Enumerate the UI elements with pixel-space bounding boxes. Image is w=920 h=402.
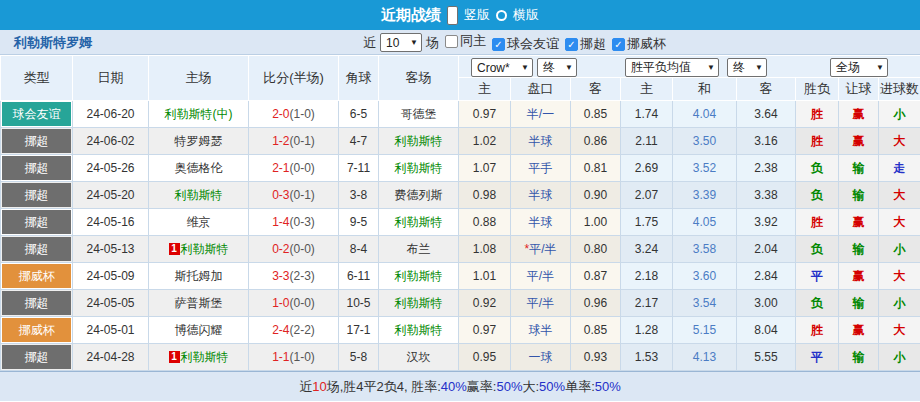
checkbox-group: 同主✓球会友谊✓挪超✓挪威杯: [439, 32, 666, 53]
avg-draw-value: 4.13: [693, 350, 716, 364]
away-team-cell: 汉坎: [379, 344, 459, 371]
fulltime-score: 2-0: [272, 107, 289, 121]
avg-draw-cell: 3.39: [673, 182, 737, 209]
filter-checkbox-item-2[interactable]: ✓挪超: [565, 35, 606, 53]
home-odds-cell: 0.92: [459, 290, 511, 317]
recent-count-value: 10: [386, 36, 399, 50]
result-hcap-cell: 赢: [839, 101, 879, 128]
result-goals-cell: 小: [879, 236, 920, 263]
checkbox-checked-icon[interactable]: ✓: [612, 38, 625, 51]
home-team-cell: 特罗姆瑟: [149, 128, 249, 155]
result-wdl-cell: 负: [796, 290, 839, 317]
match-row: 挪超24-06-02特罗姆瑟1-2(0-1)4-7利勒斯特1.02半球0.862…: [1, 128, 920, 155]
recent-count-select[interactable]: 10 ▼: [380, 33, 422, 52]
match-date-cell: 24-04-28: [73, 344, 149, 371]
filter-checkbox-label: 同主: [460, 32, 486, 50]
away-team-cell: 哥德堡: [379, 101, 459, 128]
fulltime-score: 1-4: [272, 215, 289, 229]
odds-time-2-value: 终: [733, 59, 745, 76]
chevron-down-icon: ▼: [410, 38, 418, 47]
filter-checkbox-item-1[interactable]: ✓球会友谊: [492, 35, 559, 53]
summary-segment-5: 50%: [496, 379, 522, 394]
match-date-cell: 24-06-20: [73, 101, 149, 128]
avg-draw-cell: 3.60: [673, 263, 737, 290]
col-header-home: 主场: [149, 56, 249, 101]
away-odds-cell: 0.85: [571, 101, 621, 128]
result-wdl: 负: [811, 161, 823, 175]
home-team-name: 博德闪耀: [175, 323, 223, 337]
match-type-cell: 挪超: [1, 290, 73, 317]
avg-draw-value: 4.04: [693, 107, 716, 121]
avg-odds-select[interactable]: 胜平负均值▼: [625, 58, 719, 77]
home-team-cell: 1利勒斯特: [149, 236, 249, 263]
col-header-odds-away: 客: [571, 78, 621, 101]
result-handicap: 赢: [853, 134, 865, 148]
home-team-name: 利勒斯特(中): [165, 107, 233, 121]
away-team-cell: 利勒斯特: [379, 155, 459, 182]
odds-time-select-2[interactable]: 终▼: [727, 58, 767, 77]
handicap-value: 半球: [529, 188, 553, 202]
corner-cell: 9-5: [339, 209, 379, 236]
rank-badge: 1: [169, 351, 180, 363]
away-odds-cell: 0.96: [571, 290, 621, 317]
fulltime-score: 1-0: [272, 296, 289, 310]
home-odds-cell: 0.98: [459, 182, 511, 209]
checkbox-unchecked-icon[interactable]: [445, 35, 458, 48]
score-cell: 1-4(0-3): [249, 209, 339, 236]
radio-horizontal-layout[interactable]: [496, 10, 507, 21]
result-goals: 大: [894, 134, 906, 148]
avg-lose-cell: 3.38: [737, 182, 796, 209]
odds-company-select[interactable]: Crow*▼: [471, 58, 533, 77]
match-row: 挪超24-05-131利勒斯特0-2(0-0)8-4布兰1.08*平/半0.80…: [1, 236, 920, 263]
radio-horizontal-label[interactable]: 横版: [513, 6, 539, 24]
result-wdl-cell: 平: [796, 263, 839, 290]
avg-draw-value: 4.05: [693, 215, 716, 229]
corner-cell: 6-5: [339, 101, 379, 128]
chevron-down-icon: ▼: [521, 63, 529, 72]
result-hcap-cell: 输: [839, 344, 879, 371]
chevron-down-icon: ▼: [755, 63, 763, 72]
col-header-result-goals: 进球数: [879, 78, 920, 101]
score-cell: 0-2(0-0): [249, 236, 339, 263]
summary-segment-1: 10: [312, 379, 326, 394]
result-goals: 大: [894, 269, 906, 283]
radio-vertical-layout[interactable]: [447, 6, 458, 25]
result-wdl-cell: 胜: [796, 209, 839, 236]
result-wdl-cell: 胜: [796, 128, 839, 155]
home-team-name: 萨普斯堡: [175, 296, 223, 310]
match-type-badge: 挪超: [2, 237, 71, 261]
score-cell: 2-4(2-2): [249, 317, 339, 344]
avg-win-cell: 1.53: [621, 344, 673, 371]
radio-vertical-label[interactable]: 竖版: [464, 6, 490, 24]
fulltime-score: 2-4: [272, 323, 289, 337]
away-team-cell: 利勒斯特: [379, 263, 459, 290]
away-odds-cell: 1.00: [571, 209, 621, 236]
col-header-odds-home: 主: [459, 78, 511, 101]
away-odds-cell: 0.90: [571, 182, 621, 209]
halftime-score: (0-0): [290, 296, 315, 310]
home-team-cell: 1利勒斯特: [149, 344, 249, 371]
scope-select[interactable]: 全场▼: [830, 58, 888, 77]
corner-cell: 3-8: [339, 182, 379, 209]
match-row: 挪威杯24-05-01博德闪耀2-4(2-2)17-1利勒斯特0.97球半0.8…: [1, 317, 920, 344]
avg-draw-cell: 4.04: [673, 101, 737, 128]
result-goals-cell: 大: [879, 209, 920, 236]
halftime-score: (0-3): [290, 215, 315, 229]
filter-checkbox-item-0[interactable]: 同主: [445, 32, 486, 50]
avg-lose-cell: 3.00: [737, 290, 796, 317]
odds-time-select-1[interactable]: 终▼: [537, 58, 577, 77]
away-team-name: 利勒斯特: [395, 296, 443, 310]
away-team-name: 利勒斯特: [395, 269, 443, 283]
corner-cell: 4-7: [339, 128, 379, 155]
match-date-cell: 24-05-13: [73, 236, 149, 263]
filter-checkbox-item-3[interactable]: ✓挪威杯: [612, 35, 666, 53]
match-row: 挪超24-05-20利勒斯特0-3(0-1)3-8费德列斯0.98半球0.902…: [1, 182, 920, 209]
checkbox-checked-icon[interactable]: ✓: [492, 38, 505, 51]
avg-lose-cell: 2.84: [737, 263, 796, 290]
fulltime-score: 1-1: [272, 350, 289, 364]
halftime-score: (1-0): [290, 350, 315, 364]
checkbox-checked-icon[interactable]: ✓: [565, 38, 578, 51]
team-name[interactable]: 利勒斯特罗姆: [14, 34, 92, 52]
filter-bar: 利勒斯特罗姆 近 10 ▼ 场 同主✓球会友谊✓挪超✓挪威杯: [0, 30, 920, 55]
result-hcap-cell: 赢: [839, 263, 879, 290]
